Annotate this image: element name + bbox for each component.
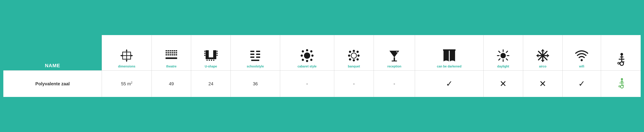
svg-line-77: [506, 51, 508, 52]
cell-cabaret: -: [280, 71, 334, 97]
data-row-polyvalente: Polyvalente zaal 55 m2 49 24 36 -: [3, 71, 641, 97]
svg-point-48: [306, 60, 308, 62]
svg-point-57: [348, 54, 350, 57]
theatre-icon: [165, 49, 178, 63]
cell-darkened: ✓: [415, 71, 484, 97]
svg-rect-39: [250, 51, 254, 52]
svg-rect-19: [166, 54, 167, 55]
svg-marker-2: [131, 55, 133, 56]
svg-rect-69: [443, 49, 456, 51]
ushape-label: U-shape: [205, 64, 217, 68]
svg-point-96: [620, 85, 623, 88]
schoolstyle-label: schoolstyle: [247, 64, 264, 68]
svg-rect-14: [168, 52, 169, 53]
svg-rect-22: [172, 54, 173, 55]
svg-rect-41: [250, 54, 254, 55]
svg-rect-9: [170, 50, 171, 51]
svg-rect-37: [211, 60, 212, 61]
svg-rect-23: [174, 54, 175, 55]
col-airco: airco: [523, 35, 562, 71]
ushape-icon: [204, 49, 218, 63]
svg-rect-17: [174, 52, 175, 53]
cell-daylight: ✕: [483, 71, 523, 97]
svg-point-91: [580, 59, 583, 61]
svg-rect-10: [172, 50, 173, 51]
svg-rect-40: [256, 51, 260, 52]
svg-point-59: [349, 51, 351, 53]
svg-line-76: [506, 59, 508, 60]
airco-icon: [536, 49, 550, 63]
accessible-data-icon: [616, 78, 626, 89]
svg-rect-11: [174, 50, 175, 51]
svg-rect-35: [206, 60, 208, 61]
svg-point-97: [619, 86, 620, 87]
svg-rect-29: [204, 51, 206, 52]
svg-rect-36: [209, 60, 210, 61]
cabaret-label: cabaret style: [298, 64, 317, 68]
col-daylight: daylight: [483, 35, 523, 71]
svg-point-47: [306, 49, 308, 51]
svg-point-49: [301, 54, 303, 57]
svg-rect-30: [204, 53, 206, 54]
svg-rect-12: [176, 50, 177, 51]
wifi-label: wifi: [579, 64, 584, 68]
svg-rect-8: [168, 50, 169, 51]
svg-line-78: [499, 59, 500, 60]
svg-point-61: [349, 58, 351, 60]
col-cabaret: cabaret style: [280, 35, 334, 71]
svg-point-55: [353, 50, 355, 52]
theatre-label: theatre: [166, 64, 177, 68]
col-accessible: [601, 35, 641, 71]
banquet-label: banquet: [348, 64, 360, 68]
col-ushape: U-shape: [191, 35, 231, 71]
col-wifi: wifi: [562, 35, 601, 71]
col-reception: reception: [374, 35, 415, 71]
svg-point-70: [500, 53, 506, 58]
svg-rect-15: [170, 52, 171, 53]
svg-rect-34: [216, 55, 218, 56]
svg-rect-66: [392, 60, 397, 61]
darkened-label: can be darkened: [437, 64, 462, 68]
room-name: Polyvalente zaal: [3, 71, 102, 97]
dimensions-icon: [120, 49, 133, 63]
svg-rect-33: [216, 53, 218, 54]
cell-schoolstyle: 36: [231, 71, 280, 97]
svg-point-63: [351, 53, 356, 58]
cell-banquet: -: [334, 71, 374, 97]
svg-rect-21: [170, 54, 171, 55]
cell-accessible: [601, 71, 641, 97]
cell-wifi: ✓: [562, 71, 601, 97]
svg-rect-45: [251, 60, 259, 61]
airco-label: airco: [539, 64, 546, 68]
svg-rect-43: [250, 56, 254, 58]
darkened-icon: [442, 49, 456, 63]
svg-rect-18: [176, 52, 177, 53]
svg-point-60: [356, 51, 359, 53]
cell-theatre: 49: [152, 71, 191, 97]
svg-rect-25: [166, 57, 177, 59]
svg-rect-32: [216, 51, 218, 52]
svg-marker-6: [126, 60, 128, 62]
svg-point-52: [310, 50, 312, 52]
svg-rect-44: [256, 56, 260, 58]
cabaret-icon: [300, 49, 314, 63]
banquet-icon: [347, 49, 360, 63]
svg-rect-31: [204, 55, 206, 56]
capacity-table: NAME: [3, 34, 641, 98]
svg-rect-7: [166, 50, 167, 51]
svg-rect-24: [176, 54, 177, 55]
col-schoolstyle: schoolstyle: [231, 35, 280, 71]
svg-point-56: [353, 59, 355, 61]
name-header: NAME: [3, 35, 102, 71]
col-darkened: can be darkened: [415, 35, 484, 71]
schoolstyle-icon: [248, 49, 262, 63]
svg-point-53: [302, 59, 304, 61]
svg-marker-5: [126, 49, 128, 51]
svg-rect-16: [172, 52, 173, 53]
svg-point-62: [356, 58, 359, 60]
svg-point-51: [302, 50, 304, 52]
svg-rect-42: [256, 54, 260, 55]
svg-point-46: [304, 52, 310, 59]
col-banquet: banquet: [334, 35, 374, 71]
wifi-icon: [575, 49, 588, 63]
